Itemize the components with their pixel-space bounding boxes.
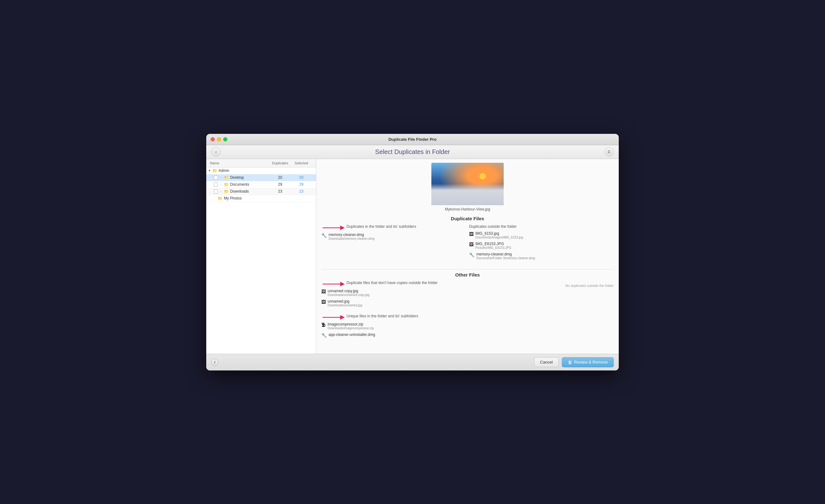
table-row[interactable]: ☆ 📁 Desktop 20 20 114 (206, 174, 316, 181)
outside-file-item: 🖼 IMG_E6153.JPG Pictures/IMG_E6153.JPG (469, 242, 614, 249)
star-icon[interactable]: ☆ (219, 182, 223, 187)
content-area: Name Duplicates Selected Kept Other file… (206, 159, 619, 354)
table-row[interactable]: 📁 My Photos 31 (206, 195, 316, 202)
cell-kept (312, 177, 316, 178)
inside-file-item: 🔧 memory-cleaner.dmg Downloads/memory-cl… (321, 233, 466, 240)
right-panel: Mykonos-Harbour-View.jpg Duplicate Files… (316, 159, 619, 354)
cell-kept (312, 197, 316, 199)
preview-filename: Mykonos-Harbour-View.jpg (445, 207, 490, 212)
preview-image (431, 163, 504, 205)
folder-name: Downloads (230, 189, 249, 193)
outside-file-item: 🖼 IMG_6153.jpg Documents/Images/IMG_6153… (469, 231, 614, 239)
menu-button[interactable]: ☰ (604, 147, 614, 157)
window-title: Duplicate File Finder Pro (388, 137, 436, 142)
pink-arrow-icon (321, 225, 347, 231)
inside-label: Duplicates in the folder and its' subfol… (347, 224, 416, 229)
file-name: IMG_E6153.JPG (475, 242, 614, 246)
header-name: Name (206, 161, 269, 166)
back-button[interactable]: ‹ (211, 147, 221, 157)
other-files-section: Other Files Duplicate files that don't h… (321, 272, 614, 340)
file-name: app-cleaner-uninstaller.dmg (328, 332, 614, 337)
outside-file-item: 🔧 memory-cleaner.dmg Documents/Folder 3/… (469, 252, 614, 260)
file-info: imagecompressor.zip Downloads/imagecompr… (327, 322, 614, 330)
file-path: Documents/Images/IMG_6153.jpg (475, 236, 614, 239)
cancel-button[interactable]: Cancel (534, 357, 559, 367)
duplicate-files-title: Duplicate Files (321, 216, 614, 221)
bottom-buttons: Cancel 🗑 Review & Remove (534, 357, 614, 367)
info-button[interactable]: i (211, 359, 218, 366)
cell-selected: 29 (291, 181, 312, 188)
file-info: app-cleaner-uninstaller.dmg (328, 332, 614, 337)
pink-arrow-icon (321, 281, 347, 287)
file-info: unnamed.jpg Downloads/unnamed.jpg (327, 299, 466, 307)
file-icon: 🖼 (321, 300, 326, 305)
header-duplicates: Duplicates (269, 161, 291, 166)
table-row[interactable]: ☆ 📁 Documents 29 29 8 (206, 181, 316, 188)
trash-icon: 🗑 (568, 360, 572, 365)
other-inside-file-item: 🖼 unnamed.jpg Downloads/unnamed.jpg (321, 299, 466, 307)
close-button[interactable] (211, 137, 215, 142)
folder-name: Documents (230, 182, 249, 187)
row-checkbox[interactable] (214, 183, 218, 187)
other-files-grid: Duplicate files that don't have copies o… (321, 280, 614, 310)
file-icon: 🖼 (321, 289, 326, 294)
file-icon: 🖼 (469, 242, 473, 247)
duplicate-files-section: Duplicate Files Duplicates in the folder… (321, 216, 614, 267)
maximize-button[interactable] (223, 137, 227, 142)
folder-icon: 📁 (224, 182, 229, 187)
preview-section: Mykonos-Harbour-View.jpg (321, 163, 614, 212)
cell-selected: 23 (291, 188, 312, 194)
file-path: Downloads/imagecompressor.zip (327, 327, 614, 330)
toolbar: ‹ Select Duplicates in Folder ☰ (206, 145, 619, 159)
cell-kept (312, 183, 316, 185)
table-row[interactable]: ☆ 📁 Downloads 23 23 4 (206, 188, 316, 195)
review-remove-button[interactable]: 🗑 Review & Remove (562, 357, 614, 367)
file-path: Downloads/memory-cleaner.dmg (328, 237, 466, 240)
no-duplicates-label: No duplicates outside the folder (469, 280, 614, 287)
unique-file-item: 🔧 app-cleaner-uninstaller.dmg (321, 332, 614, 338)
minimize-button[interactable] (217, 137, 221, 142)
folder-icon: 📁 (224, 189, 229, 194)
preview-image-inner (431, 163, 504, 205)
file-name: memory-cleaner.dmg (476, 252, 614, 256)
table-row[interactable]: ▼ 📁 Admin 229 (206, 167, 316, 174)
file-info: unnamed copy.jpg Downloads/unnamed copy.… (327, 289, 466, 297)
other-outside-column: No duplicates outside the folder (469, 280, 614, 310)
file-info: IMG_E6153.JPG Pictures/IMG_E6153.JPG (475, 242, 614, 249)
file-path: Downloads/unnamed copy.jpg (327, 293, 466, 297)
cell-duplicates (269, 170, 291, 172)
unique-label-row: Unique files in the folder and its' subf… (321, 314, 614, 321)
other-inside-column: Duplicate files that don't have copies o… (321, 280, 466, 310)
file-icon: 🖼 (469, 232, 473, 237)
file-info: memory-cleaner.dmg Documents/Folder 3/me… (476, 252, 614, 260)
file-icon: 🔧 (321, 233, 327, 238)
buildings-decoration (431, 184, 504, 205)
folder-name: My Photos (224, 196, 242, 200)
outside-column: Duplicates outside the folder 🖼 IMG_6153… (469, 224, 614, 262)
titlebar: Duplicate File Finder Pro (206, 134, 619, 145)
folder-list: ▼ 📁 Admin 229 ☆ 📁 Desktop (206, 167, 316, 354)
other-files-title: Other Files (321, 272, 614, 277)
cell-duplicates: 23 (269, 188, 291, 194)
star-icon[interactable]: ☆ (219, 175, 223, 180)
star-icon[interactable]: ☆ (219, 189, 223, 193)
folder-icon: 📁 (212, 168, 217, 173)
file-info: IMG_6153.jpg Documents/Images/IMG_6153.j… (475, 231, 614, 239)
review-remove-label: Review & Remove (574, 360, 608, 364)
file-name: imagecompressor.zip (327, 322, 614, 327)
row-checkbox[interactable] (214, 176, 218, 180)
folder-name-cell: ▼ 📁 Admin (206, 167, 269, 174)
other-inside-file-item: 🖼 unnamed copy.jpg Downloads/unnamed cop… (321, 289, 466, 297)
cell-duplicates (269, 197, 291, 199)
file-icon: 🔧 (469, 252, 474, 257)
row-checkbox[interactable] (214, 189, 218, 193)
folder-icon: 📁 (218, 196, 223, 201)
expand-icon: ▼ (208, 169, 211, 172)
outside-label: Duplicates outside the folder (469, 224, 614, 229)
file-icon: 🗜 (321, 322, 326, 327)
folder-name-cell: ☆ 📁 Documents (206, 181, 269, 188)
inside-label-row: Duplicates in the folder and its' subfol… (321, 224, 466, 231)
cell-selected (291, 170, 312, 172)
file-icon: 🔧 (321, 333, 327, 338)
cell-selected: 20 (291, 174, 312, 181)
